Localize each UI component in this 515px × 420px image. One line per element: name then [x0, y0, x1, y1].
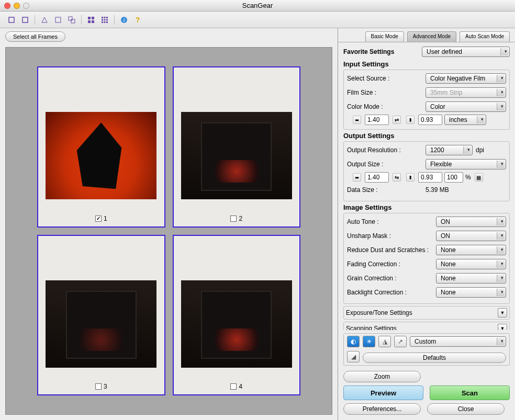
svg-rect-2 [55, 17, 61, 22]
input-height-icon[interactable]: ⬍ [406, 116, 415, 124]
frame-2-number: 2 [239, 215, 242, 222]
image-heading: Image Settings [343, 203, 510, 211]
svg-rect-7 [88, 20, 91, 23]
frame-4-number: 4 [239, 383, 242, 390]
frame-2[interactable]: 2 [173, 66, 301, 228]
unsharp-label: Unsharp Mask : [347, 232, 436, 240]
frame-3[interactable]: 3 [37, 235, 165, 396]
color-mode-select[interactable]: Color [426, 101, 506, 112]
rotate-left-icon[interactable] [7, 16, 16, 24]
svg-rect-14 [106, 19, 108, 20]
output-width-icon[interactable]: ⬌ [353, 173, 361, 181]
close-icon[interactable] [4, 3, 10, 9]
adjust-preset-select[interactable]: Custom [410, 336, 506, 347]
help-icon[interactable]: ? [133, 16, 142, 24]
curves-icon[interactable]: ↗ [394, 336, 407, 347]
color-mode-label: Color Mode : [347, 103, 426, 110]
brightness-icon[interactable]: ☀ [363, 336, 375, 347]
svg-rect-4 [71, 19, 75, 23]
output-heading: Output Settings [343, 132, 510, 140]
svg-text:?: ? [136, 16, 140, 24]
data-size-label: Data Size : [347, 186, 426, 194]
tab-basic-mode[interactable]: Basic Mode [365, 31, 404, 42]
zoom-window-icon[interactable] [23, 3, 29, 9]
frame-1-checkbox[interactable] [95, 215, 102, 222]
lock-ratio-icon[interactable]: ⇆ [393, 173, 401, 181]
svg-rect-15 [102, 21, 103, 23]
preferences-button[interactable]: Preferences... [343, 403, 421, 415]
titlebar: ScanGear [0, 0, 515, 12]
grain-label: Grain Correction : [347, 275, 436, 282]
frame-3-thumbnail [46, 280, 156, 368]
unsharp-select[interactable]: ON [436, 231, 506, 241]
svg-rect-8 [92, 20, 94, 23]
output-size-select[interactable]: Flexible [426, 159, 506, 169]
frame-3-checkbox[interactable] [95, 383, 102, 390]
select-source-select[interactable]: Color Negative Film [426, 73, 506, 84]
svg-rect-16 [104, 21, 106, 23]
swap-icon[interactable]: ⇄ [393, 116, 401, 124]
scan-button[interactable]: Scan [430, 385, 510, 400]
input-width-field[interactable] [365, 115, 389, 125]
flip-icon[interactable] [40, 16, 49, 24]
fading-select[interactable]: None [436, 259, 506, 269]
tab-advanced-mode[interactable]: Advanced Mode [407, 31, 456, 42]
crop-remove-icon[interactable] [68, 16, 76, 24]
output-height-icon[interactable]: ⬍ [406, 173, 415, 181]
rotate-right-icon[interactable] [21, 16, 29, 24]
favorite-select[interactable]: User defined [422, 47, 510, 57]
film-size-select: 35mm Strip [426, 87, 506, 98]
output-width-field[interactable] [365, 172, 389, 183]
thumb-large-icon[interactable] [87, 16, 95, 24]
scanning-settings-row[interactable]: Scanning Settings ▼ [343, 322, 510, 330]
select-source-label: Select Source : [347, 75, 426, 82]
window-title: ScanGear [0, 2, 515, 9]
info-icon[interactable]: i [120, 16, 128, 24]
svg-rect-1 [23, 17, 28, 22]
exposure-tone-row[interactable]: Exposure/Tone Settings ▼ [343, 306, 510, 320]
input-units-select[interactable]: inches [444, 115, 486, 125]
scale-icon[interactable]: ▦ [475, 173, 483, 181]
output-height-field[interactable] [418, 172, 442, 183]
svg-rect-6 [92, 17, 94, 19]
input-height-field[interactable] [418, 115, 442, 125]
frame-4[interactable]: 4 [173, 235, 301, 396]
input-heading: Input Settings [343, 60, 510, 68]
saturation-icon[interactable]: ◐ [347, 336, 360, 347]
frame-2-thumbnail [181, 112, 292, 199]
auto-tone-label: Auto Tone : [347, 218, 436, 225]
thumb-small-icon[interactable] [100, 16, 109, 24]
tab-auto-scan-mode[interactable]: Auto Scan Mode [460, 31, 510, 42]
auto-tone-select[interactable]: ON [436, 217, 506, 227]
output-scale-field[interactable] [444, 172, 463, 183]
film-size-label: Film Size : [347, 89, 426, 96]
fading-label: Fading Correction : [347, 260, 436, 268]
dust-select[interactable]: None [436, 245, 506, 255]
data-size-value: 5.39 MB [426, 186, 449, 194]
svg-rect-5 [88, 17, 91, 19]
frame-2-checkbox[interactable] [230, 215, 237, 222]
chevron-down-icon: ▼ [498, 324, 507, 330]
output-resolution-select[interactable]: 1200 [426, 145, 473, 155]
histogram-icon[interactable]: ◮ [378, 336, 391, 347]
chevron-down-icon: ▼ [498, 308, 507, 317]
percent-label: % [465, 174, 471, 181]
favorite-label: Favorite Settings [343, 48, 422, 55]
select-all-frames-button[interactable]: Select all Frames [5, 31, 65, 42]
crop-add-icon[interactable] [54, 16, 62, 24]
frame-3-number: 3 [104, 383, 107, 390]
zoom-button[interactable]: Zoom [343, 371, 421, 382]
minimize-icon[interactable] [14, 3, 20, 9]
grain-select[interactable]: None [436, 273, 506, 283]
svg-rect-11 [106, 17, 108, 18]
frame-4-checkbox[interactable] [230, 383, 237, 390]
threshold-icon[interactable]: ◢ [347, 351, 360, 362]
defaults-button[interactable]: Defaults [363, 353, 506, 363]
preview-button[interactable]: Preview [343, 385, 423, 400]
backlight-select[interactable]: None [436, 287, 506, 298]
svg-rect-3 [69, 17, 72, 20]
svg-rect-13 [104, 19, 106, 20]
frame-1[interactable]: 1 [37, 66, 165, 228]
input-width-icon[interactable]: ⬌ [353, 116, 361, 124]
close-button[interactable]: Close [427, 403, 505, 415]
